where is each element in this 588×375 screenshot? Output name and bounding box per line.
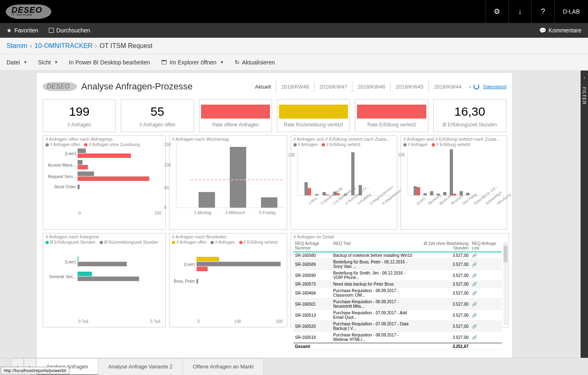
chart-legend: # Anfragen offen # Anfragen ohne Zuordnu… (46, 142, 163, 147)
chart-title: # Anfragen nach Bearbeiter (172, 234, 284, 239)
table-header[interactable]: Ø Zeit ohne Bearbeitung Stunden (415, 240, 470, 252)
table-scrollbar[interactable] (503, 242, 508, 325)
app-topbar: DESEO IT Services ⚙ ↓ ? D-LAB (0, 0, 588, 23)
period-tabs: Aktuell 2018/KW48 2018/KW47 2018/KW46 20… (250, 81, 506, 92)
kpi-label: Rate Rückmeldung verletzt (279, 122, 348, 128)
chart-zustand-1[interactable]: # Anfragen and # Erfüllung verletzt nach… (291, 135, 397, 230)
link-icon[interactable]: 🔗 (470, 321, 502, 332)
kpi-card[interactable]: 12,56%Rate Erfüllung verletzt (355, 99, 428, 132)
tab-kw48[interactable]: 2018/KW48 (276, 81, 314, 92)
table-header[interactable]: REQ Titel (332, 240, 415, 252)
nav-bar: ★ Favoriten Durchsuchen 💬 Kommentare (0, 23, 588, 38)
link-icon[interactable]: 🔗 (470, 299, 502, 310)
tab-kw47[interactable]: 2018/KW47 (314, 81, 352, 92)
kpi-value: 12,56% (357, 105, 426, 119)
edit-desktop-button[interactable]: In Power BI Desktop bearbeiten (69, 59, 150, 66)
tab-kw44[interactable]: 2018/KW44 (428, 81, 467, 92)
chevron-right-icon: › (95, 42, 97, 50)
gear-icon[interactable]: ⚙ (485, 0, 508, 23)
tab-kw45[interactable]: 2018/KW45 (390, 81, 428, 92)
star-icon: ★ (7, 27, 12, 34)
page-tab-variante2[interactable]: Analyse Anfrage Variante 2 (98, 358, 183, 375)
download-icon[interactable]: ↓ (508, 0, 531, 23)
user-label[interactable]: D-LAB (554, 0, 588, 23)
browse-icon (49, 28, 54, 33)
kommentare-button[interactable]: 💬 Kommentare (539, 27, 581, 34)
link-icon[interactable]: 🔗 (470, 288, 502, 299)
kpi-label: Rate offene Anfragen (201, 122, 270, 128)
logo-text: DESEO IT Services (6, 5, 51, 19)
table-row[interactable]: SR-160590Bestellung für Smith, Jim - 06.… (293, 270, 502, 281)
explorer-icon: 🗔 (161, 59, 167, 66)
chart-wochentag[interactable]: # Anfragen nach Wochentag 150 100 50 0 1… (169, 135, 287, 230)
table-row[interactable]: SR-160494Purchase Requisition - 06.09.20… (293, 288, 502, 299)
link-icon[interactable]: 🔗 (470, 270, 502, 281)
sicht-menu[interactable]: Sicht (38, 59, 57, 66)
favoriten-button[interactable]: ★ Favoriten (7, 27, 38, 34)
refresh-icon (474, 84, 479, 89)
chart-zustand-2[interactable]: # Anfragen and # Erfüllung verletzt nach… (400, 135, 507, 230)
chevron-left-icon[interactable]: ‹ (583, 75, 585, 80)
datei-menu[interactable]: Datei (7, 59, 27, 66)
table-row[interactable]: SR-160573Need data backup for Peter Boss… (293, 281, 502, 288)
breadcrumb-folder[interactable]: 10-OMNITRACKER (34, 42, 92, 50)
page-tabs: ‹ › Analyse Anfragen Analyse Anfrage Var… (0, 358, 588, 375)
table-row[interactable]: SR-160518Purchase Requisition - 08.09.20… (293, 332, 502, 343)
page-title: Analyse Anfragen-Prozesse (81, 81, 193, 92)
kpi-value: 199 (45, 105, 114, 119)
tab-kw46[interactable]: 2018/KW46 (352, 81, 390, 92)
table-row[interactable]: SR-160513Purchase Requisition - 07.09.20… (293, 310, 502, 321)
kpi-label: Rate Erfüllung verletzt (357, 122, 426, 128)
link-icon[interactable]: 🔗 (470, 259, 502, 270)
durchsuchen-button[interactable]: Durchsuchen (49, 27, 90, 34)
datenstand-link[interactable]: Datenstand (483, 84, 506, 89)
chart-bearbeiter[interactable]: # Anfragen nach Bearbeiter # Anfragen of… (169, 233, 287, 327)
detail-table-viz[interactable]: # Anfragen im Detail REQ Anfrage Nummer … (291, 233, 509, 327)
comment-icon: 💬 (539, 27, 546, 34)
brand-logo: DESEO IT Services (0, 5, 51, 19)
kpi-card[interactable]: 55# Anfragen offen (121, 99, 194, 132)
chart-title: # Anfragen nach Wochentag (172, 137, 284, 142)
page-tab-offene[interactable]: Offene Anfragen an Markt (183, 358, 264, 375)
table-row[interactable]: SR-160501Purchase Requisition - 06.09.20… (293, 299, 502, 310)
kpi-label: # Anfragen (45, 122, 114, 128)
kpi-row: 199# Anfragen55# Anfragen offen27,64%Rat… (43, 99, 506, 132)
chart-kategorie[interactable]: # Anfragen nach Kategorie Ø Erfüllungsze… (43, 233, 166, 327)
kpi-value: 7,04% (279, 105, 348, 119)
chart-legend: Ø Erfüllungszeit Stunden Ø Rückmeldungsz… (46, 240, 163, 245)
breadcrumb-current: OT ITSM Request (100, 42, 153, 50)
report-toolbar: Datei Sicht In Power BI Desktop bearbeit… (0, 54, 588, 71)
chart-legend: # Anfragen offen # Anfragen # Erfüllung … (172, 240, 284, 245)
chart-title: # Anfragen im Detail (293, 234, 502, 239)
tabs-next-icon[interactable]: › (467, 83, 474, 90)
table-row[interactable]: SR-160580Backup of notebook before insta… (293, 252, 502, 259)
kpi-card[interactable]: 27,64%Rate offene Anfragen (199, 99, 272, 132)
chart-legend: # Anfragen # Erfüllung verletzt (403, 142, 504, 147)
link-icon[interactable]: 🔗 (470, 332, 502, 343)
chart-title: # Anfragen and # Erfüllung verletzt nach… (403, 137, 504, 142)
kpi-card[interactable]: 7,04%Rate Rückmeldung verletzt (277, 99, 350, 132)
explorer-menu[interactable]: 🗔 Im Explorer öffnen (161, 59, 223, 66)
kpi-card[interactable]: 199# Anfragen (43, 99, 116, 132)
table-header[interactable]: REQ Anfrage Link (470, 240, 502, 252)
breadcrumb-root[interactable]: Stamm (7, 42, 27, 50)
chart-title: # Anfragen offen nach Abfragetyp (46, 137, 163, 142)
report-header: DESEO Analyse Anfragen-Prozesse Aktuell … (43, 77, 506, 96)
kpi-card[interactable]: 16,30Ø Erfüllungszeit Stunden (433, 99, 506, 132)
filter-label: FILTER (582, 87, 587, 105)
link-icon[interactable]: 🔗 (470, 310, 502, 321)
link-icon[interactable]: 🔗 (470, 252, 502, 259)
filter-pane[interactable]: ‹ FILTER (581, 71, 588, 358)
refresh-button[interactable]: ↻ Aktualisieren (235, 59, 275, 66)
help-icon[interactable]: ? (531, 0, 554, 23)
report-canvas: DESEO Analyse Anfragen-Prozesse Aktuell … (0, 71, 588, 358)
chevron-right-icon: › (30, 42, 32, 50)
table-header[interactable]: REQ Anfrage Nummer (293, 240, 332, 252)
tab-aktuell[interactable]: Aktuell (250, 81, 276, 92)
chart-abfragetyp[interactable]: # Anfragen offen nach Abfragetyp # Anfra… (43, 135, 166, 230)
table-row[interactable]: SR-160589Bestellung für Boss, Peter - 06… (293, 259, 502, 270)
table-row[interactable]: SR-160520Purchase Requisition - 07.09.20… (293, 321, 502, 332)
refresh-icon: ↻ (235, 59, 240, 66)
link-icon[interactable]: 🔗 (470, 281, 502, 288)
kpi-label: # Anfragen offen (123, 122, 192, 128)
